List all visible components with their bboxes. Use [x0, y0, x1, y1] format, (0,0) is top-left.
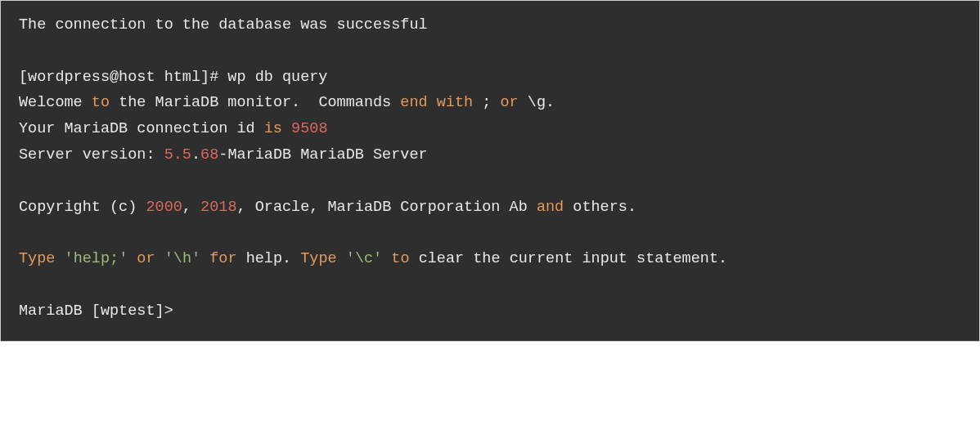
terminal-output[interactable]: The connection to the database was succe… — [0, 0, 980, 342]
string-h: '\h' — [164, 250, 200, 267]
year-2000: 2000 — [146, 199, 182, 216]
output-line: The connection to the database was succe… — [19, 16, 428, 34]
keyword-end: end — [400, 94, 427, 111]
version-line: Server version: 5.5.68-MariaDB MariaDB S… — [19, 146, 428, 164]
string-c: '\c' — [346, 250, 382, 267]
keyword-for: for — [209, 250, 236, 267]
help-line: Type 'help;' or '\h' for help. Type '\c'… — [19, 250, 727, 267]
version-major: 5.5 — [164, 146, 191, 164]
keyword-to: to — [391, 250, 409, 267]
connection-id: 9508 — [291, 120, 327, 137]
keyword-to: to — [92, 94, 110, 111]
mariadb-prompt: MariaDB [wptest]> — [19, 302, 173, 320]
keyword-or: or — [500, 94, 518, 111]
connection-line: Your MariaDB connection id is 9508 — [19, 120, 328, 137]
keyword-or: or — [137, 250, 155, 267]
year-2018: 2018 — [200, 199, 236, 216]
welcome-line: Welcome to the MariaDB monitor. Commands… — [19, 94, 555, 111]
shell-prompt: [wordpress@host html]# wp db query — [19, 69, 327, 86]
string-help: 'help;' — [65, 250, 128, 267]
keyword-and: and — [537, 199, 564, 216]
version-patch: 68 — [200, 146, 218, 164]
keyword-is: is — [264, 120, 282, 137]
keyword-with: with — [437, 94, 473, 111]
keyword-type: Type — [300, 250, 336, 267]
copyright-line: Copyright (c) 2000, 2018, Oracle, MariaD… — [19, 199, 636, 216]
keyword-type: Type — [19, 250, 55, 267]
